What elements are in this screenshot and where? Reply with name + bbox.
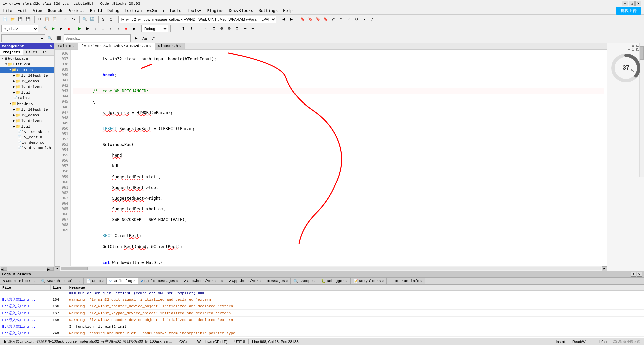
- tb-cut[interactable]: ✂: [36, 16, 43, 23]
- tab-search-results[interactable]: 🔍 Search results ✕: [38, 278, 84, 284]
- tab-close5[interactable]: ✕: [176, 279, 178, 283]
- tree-lvconf[interactable]: 📄 lv_conf.h: [0, 135, 54, 140]
- tb-open[interactable]: 📂: [9, 16, 16, 23]
- search-prev-btn[interactable]: ⬛: [55, 34, 62, 42]
- menu-item-plugins[interactable]: Plugins: [204, 8, 226, 14]
- tab-projects[interactable]: Projects: [0, 49, 23, 55]
- tb-replace[interactable]: 🔄: [89, 16, 96, 23]
- tb-dbg10[interactable]: ⚙: [218, 25, 225, 32]
- menu-item-fortran[interactable]: Fortran: [122, 8, 144, 14]
- minimize-btn[interactable]: ─: [622, 1, 628, 6]
- tb-dbg6[interactable]: ⬇: [187, 25, 195, 32]
- tree-h-lvgl[interactable]: ▶ 📁 lvgl: [0, 124, 54, 129]
- tab-files[interactable]: Files: [23, 49, 40, 55]
- log-content[interactable]: File Line Message === Build: Debug in Li…: [0, 285, 644, 338]
- close-btn[interactable]: ✕: [635, 1, 641, 6]
- tab-close3[interactable]: ✕: [102, 279, 104, 283]
- tb-nav-fwd[interactable]: ▶: [288, 16, 295, 23]
- tb-save[interactable]: 💾: [17, 16, 24, 23]
- tab-close1[interactable]: ✕: [34, 279, 35, 283]
- menu-item-view[interactable]: View: [30, 8, 45, 14]
- search-input[interactable]: [64, 34, 131, 42]
- tb-copy[interactable]: 📋: [43, 16, 51, 23]
- tree-headers[interactable]: ▼ 📁 Headers: [0, 101, 54, 107]
- tb-dbg-bp[interactable]: ●: [122, 25, 130, 32]
- tab-cccc[interactable]: 📄 Cccc ✕: [84, 278, 107, 284]
- tab-cppcheck[interactable]: ✔ CppCheck/Vera++ ✕: [181, 278, 226, 284]
- tb-dbg-run[interactable]: ▶: [76, 25, 84, 32]
- debug-config-dropdown[interactable]: Debug: [141, 25, 168, 32]
- menu-item-doxyblocks[interactable]: DoxyBlocks: [226, 8, 256, 14]
- tree-littlegl[interactable]: ▼ 📁 LittleGL: [0, 61, 54, 67]
- scroll-left-btn[interactable]: ◀: [1, 267, 7, 271]
- upload-button[interactable]: 拖拽上传: [616, 7, 641, 15]
- tab-fs[interactable]: FS: [40, 49, 50, 55]
- tree-h-lvdrivers[interactable]: ▶ 📁 lv_drivers: [0, 118, 54, 124]
- tb-bookmark[interactable]: 🔖: [299, 16, 306, 23]
- tb-undo[interactable]: ↩: [62, 16, 69, 23]
- scroll-right-btn[interactable]: ▶: [47, 267, 54, 271]
- tb-buildrun[interactable]: ▶: [57, 25, 65, 32]
- tb-caret[interactable]: <: [345, 16, 353, 23]
- hscroll-right[interactable]: ▶: [602, 266, 607, 271]
- tab-close4[interactable]: ✕: [133, 279, 135, 283]
- tb-bookmark2[interactable]: 🔖: [307, 16, 314, 23]
- tab-doxyblocks[interactable]: 📝 DoxyBlocks ✕: [351, 278, 387, 284]
- tab-main-c[interactable]: main.c ✕: [55, 43, 78, 49]
- menu-item-settings[interactable]: Settings: [256, 8, 281, 14]
- tab-close8[interactable]: ✕: [314, 279, 315, 283]
- tree-h-lv100ask[interactable]: ▶ 📁 lv_100ask_te: [0, 107, 54, 112]
- tab-close-winuser[interactable]: ✕: [179, 44, 181, 48]
- search-aa-btn[interactable]: Aa: [141, 34, 148, 42]
- menu-item-help[interactable]: Help: [280, 8, 296, 14]
- tb-dbg13[interactable]: ↩: [241, 25, 249, 32]
- tab-debugger[interactable]: 🐛 Debugger ✕: [318, 278, 350, 284]
- tb-dbg-step3[interactable]: ↕: [107, 25, 114, 32]
- tb-run-to[interactable]: →: [172, 25, 179, 32]
- function-dropdown[interactable]: lv_win32_window_message_callback(HWND hW…: [118, 16, 276, 23]
- code-content[interactable]: lv_win32_close_touch_input_handle(hTouch…: [71, 50, 607, 266]
- menu-item-debug[interactable]: Debug: [105, 8, 122, 14]
- tb-dbg7[interactable]: ↔: [195, 25, 202, 32]
- menu-item-tools[interactable]: Tools: [167, 8, 184, 14]
- tb-comment[interactable]: /*: [330, 16, 337, 23]
- tb-c1[interactable]: C: [107, 16, 115, 23]
- tb-nav-back[interactable]: ◀: [280, 16, 287, 23]
- tb-s1[interactable]: S: [100, 16, 107, 23]
- tab-close10[interactable]: ✕: [382, 279, 384, 283]
- tab-close-main[interactable]: ✕: [73, 44, 74, 48]
- menu-item-edit[interactable]: Edit: [15, 8, 30, 14]
- tab-close-win32drv[interactable]: ✕: [149, 44, 151, 48]
- hscroll-left[interactable]: ◀: [55, 266, 60, 271]
- bottom-float-btn[interactable]: ⬆: [631, 272, 636, 277]
- editor-hscroll[interactable]: ◀ ▶: [55, 266, 607, 271]
- tb-dot[interactable]: •: [361, 16, 368, 23]
- tab-close7[interactable]: ✕: [286, 279, 288, 283]
- tb-dbg-step2[interactable]: ↓: [99, 25, 107, 32]
- tb-dbg-bp2[interactable]: ●: [130, 25, 138, 32]
- tb-uncomment[interactable]: *: [337, 16, 345, 23]
- tb-period[interactable]: .*: [368, 16, 376, 23]
- menu-item-search[interactable]: Search: [45, 8, 65, 14]
- tab-cscope[interactable]: 🔍 Cscope ✕: [291, 278, 318, 284]
- menu-item-build[interactable]: Build: [87, 8, 105, 14]
- tab-fortran[interactable]: F Fortran info ✕: [387, 278, 425, 284]
- tb-bookmark3[interactable]: 🔖: [314, 16, 322, 23]
- scope-dropdown[interactable]: [1, 34, 45, 42]
- sidebar-hscroll[interactable]: ◀ ▶: [0, 266, 54, 271]
- tab-close2[interactable]: ✕: [79, 279, 80, 283]
- tb-run[interactable]: ▶: [50, 25, 57, 32]
- close-sidebar-icon[interactable]: ✕: [50, 44, 52, 49]
- tab-close9[interactable]: ✕: [345, 279, 347, 283]
- menu-item-wxsmith[interactable]: wxSmith: [145, 8, 167, 14]
- menu-item-file[interactable]: File: [0, 8, 15, 14]
- tab-close6[interactable]: ✕: [221, 279, 223, 283]
- tree-sources[interactable]: ▼ 📁 Sources: [0, 67, 54, 73]
- tb-dbg-step4[interactable]: ↑: [115, 25, 122, 32]
- tree-lv100ask-file[interactable]: 📄 lv_100ask_te: [0, 129, 54, 135]
- search-regex-btn[interactable]: .*: [150, 34, 157, 42]
- tree-mainc[interactable]: 📄 main.c: [0, 95, 54, 101]
- tab-close11[interactable]: ✕: [420, 279, 422, 283]
- tree-workspace[interactable]: ▼ 🖥 Workspace: [0, 56, 54, 61]
- global-dropdown[interactable]: <global>: [1, 25, 38, 32]
